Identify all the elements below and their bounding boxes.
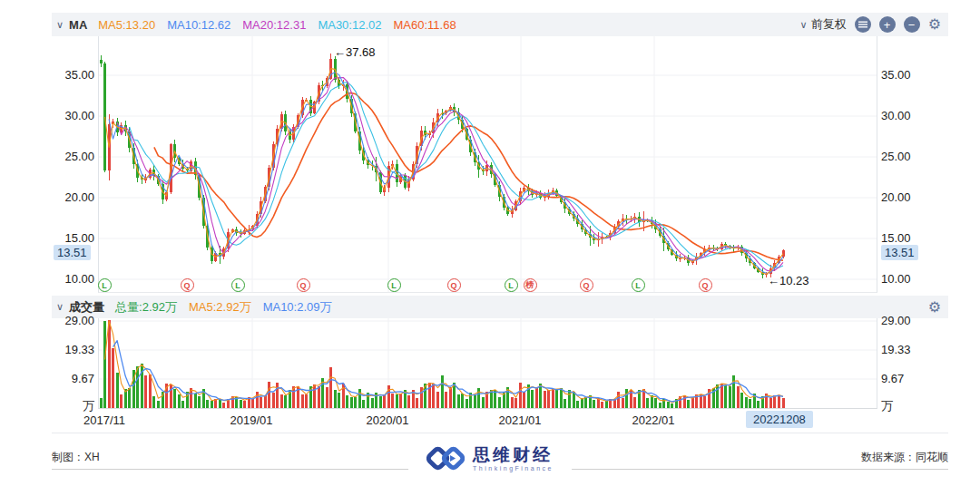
- indicator-title: MA: [69, 18, 87, 32]
- volume-chart-canvas[interactable]: [99, 318, 877, 408]
- event-marker-L[interactable]: L: [231, 278, 245, 292]
- event-marker-Q[interactable]: Q: [580, 278, 593, 292]
- volume-ma10-label: MA10:2.09万: [263, 299, 332, 316]
- volume-settings-gear-icon[interactable]: ⚙: [928, 300, 941, 315]
- event-marker-L[interactable]: L: [632, 278, 645, 292]
- vol-ma5-line: [105, 321, 784, 403]
- volume-tick-left: 19.33: [53, 343, 94, 356]
- current-date-badge: 20221208: [746, 411, 813, 428]
- logo-link-icon: [426, 443, 465, 475]
- brand-logo: 思维财经 ThinkingFinance: [408, 441, 572, 477]
- event-marker-L[interactable]: L: [387, 278, 401, 292]
- settings-gear-icon[interactable]: ⚙: [928, 17, 941, 32]
- event-marker-L[interactable]: L: [98, 278, 112, 292]
- price-tick-right: 30.00: [881, 109, 926, 122]
- price-tick-left: 25.00: [53, 150, 94, 163]
- volume-tick-left: 29.00: [53, 314, 94, 327]
- event-marker-Q[interactable]: Q: [699, 278, 712, 292]
- x-axis-tick: 2020/01: [347, 413, 428, 427]
- chart-author: 制图：XH: [52, 450, 100, 465]
- price-tick-right: 20.00: [881, 190, 926, 204]
- collapse-chevron-icon[interactable]: ∨: [56, 301, 64, 313]
- price-tick-left: 10.00: [53, 272, 94, 286]
- stock-chart-widget: ∨ MA MA5:13.20 MA10:12.62 MA20:12.31 MA3…: [0, 0, 980, 496]
- high-annotation: ←37.68: [334, 45, 376, 59]
- low-annotation: ←10.23: [768, 274, 809, 287]
- data-source: 数据来源：同花顺: [861, 450, 948, 465]
- volume-tick-right: 19.33: [881, 343, 926, 356]
- x-axis-tick: 2019/01: [211, 413, 292, 427]
- volume-title: 成交量: [69, 299, 104, 316]
- ma10-line: [109, 73, 783, 274]
- logo-subtext: ThinkingFinance: [473, 465, 554, 472]
- list-icon: [858, 21, 867, 28]
- zoom-out-button[interactable]: −: [904, 16, 920, 33]
- x-axis-tick: 2021/01: [479, 413, 561, 427]
- adjust-mode-label: 前复权: [811, 16, 847, 33]
- volume-ma5-label: MA5:2.92万: [189, 299, 251, 316]
- chevron-down-icon: ∨: [800, 19, 808, 31]
- period-list-button[interactable]: [855, 16, 871, 33]
- price-tick-right: 25.00: [881, 150, 926, 163]
- price-tick-left: 35.00: [53, 68, 94, 82]
- volume-tick-left: 9.67: [53, 372, 94, 385]
- price-tick-right: 15.00: [881, 231, 926, 245]
- price-chart-canvas[interactable]: [99, 36, 877, 292]
- ma20-label: MA20:12.31: [242, 18, 306, 32]
- volume-unit-left: 万: [53, 398, 94, 414]
- event-marker-Q[interactable]: Q: [447, 278, 461, 292]
- volume-header: ∨ 成交量 总量:2.92万 MA5:2.92万 MA10:2.09万 ⚙: [52, 296, 948, 318]
- ma5-label: MA5:13.20: [98, 18, 155, 32]
- arrow-left-icon: ←: [334, 45, 346, 59]
- arrow-left-icon: ←: [768, 274, 779, 287]
- logo-text: 思维财经: [473, 446, 554, 465]
- price-tick-left: 30.00: [53, 109, 94, 122]
- ma30-line: [130, 83, 783, 267]
- price-pane[interactable]: [98, 36, 877, 293]
- current-price-badge-right: 13.51: [881, 245, 918, 260]
- ma10-label: MA10:12.62: [167, 18, 230, 32]
- price-tick-left: 15.00: [53, 231, 94, 245]
- event-marker-L[interactable]: L: [505, 278, 518, 292]
- main-chart-header: ∨ MA MA5:13.20 MA10:12.62 MA20:12.31 MA3…: [52, 13, 948, 36]
- event-marker-Q[interactable]: 榜: [524, 278, 537, 292]
- price-tick-right: 10.00: [881, 272, 926, 286]
- price-tick-left: 20.00: [53, 190, 94, 204]
- adjust-mode-select[interactable]: ∨ 前复权: [796, 16, 847, 33]
- current-price-badge-left: 13.51: [54, 245, 91, 260]
- collapse-chevron-icon[interactable]: ∨: [56, 19, 64, 31]
- zoom-in-button[interactable]: +: [879, 16, 896, 33]
- event-marker-Q[interactable]: Q: [297, 278, 310, 292]
- ma60-label: MA60:11.68: [393, 18, 456, 32]
- ma30-label: MA30:12.02: [318, 18, 381, 32]
- x-axis-tick: 2017/11: [64, 413, 145, 427]
- volume-tick-right: 29.00: [881, 314, 926, 327]
- x-axis-tick: 2022/01: [612, 413, 694, 427]
- event-marker-Q[interactable]: Q: [181, 278, 194, 292]
- ma60-line: [154, 92, 783, 260]
- volume-tick-right: 9.67: [881, 372, 926, 385]
- volume-pane[interactable]: [98, 318, 877, 409]
- price-tick-right: 35.00: [881, 68, 926, 82]
- volume-unit-right: 万: [881, 398, 926, 414]
- volume-total-label: 总量:2.92万: [115, 299, 177, 316]
